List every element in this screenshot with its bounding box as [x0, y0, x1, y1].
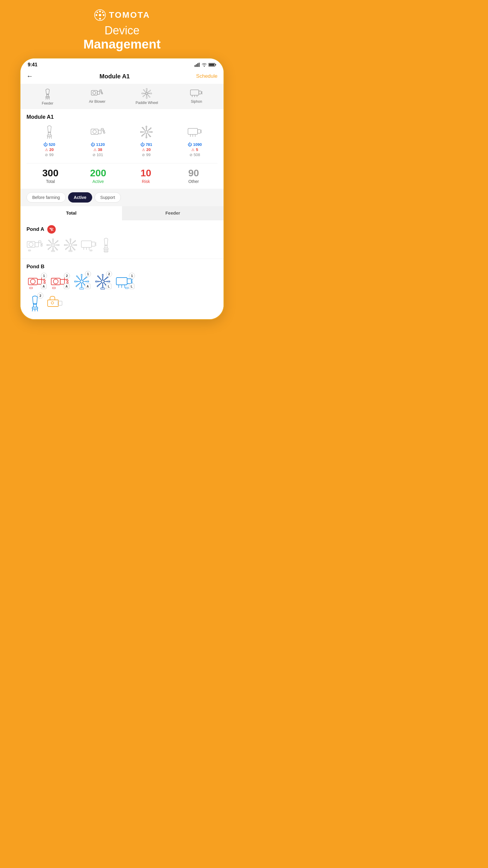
svg-rect-48 [188, 128, 198, 134]
wifi-icon [201, 63, 207, 67]
header-title-management: Management [84, 37, 161, 52]
air-blower-risk-stat: ⚠ 38 [93, 147, 102, 152]
pond-a-device-air-blower[interactable] [27, 239, 43, 254]
siphon-risk-stat: ⚠ 5 [191, 147, 198, 152]
tab-siphon-label: Siphon [191, 99, 202, 104]
svg-line-18 [46, 98, 46, 99]
svg-point-4 [103, 14, 104, 16]
feeder-icon [42, 87, 53, 100]
svg-point-5 [96, 12, 98, 13]
module-title: Module A1 [27, 114, 218, 120]
pond-a-title: Pond A [27, 226, 44, 232]
svg-point-3 [96, 14, 97, 16]
air-blower-active-stat: ⏻ 1120 [91, 142, 105, 147]
svg-rect-15 [216, 64, 216, 65]
svg-rect-93 [60, 279, 64, 284]
svg-point-96 [67, 282, 68, 284]
bottom-device-feeder[interactable]: 2 [28, 295, 42, 313]
sub-tab-feeder[interactable]: Feeder [122, 206, 224, 220]
tab-paddle-wheel[interactable]: Paddle Wheel [123, 87, 171, 105]
svg-line-19 [49, 98, 50, 99]
pond-a-device-paddle-2[interactable] [63, 238, 78, 255]
pond-b-device-2[interactable]: 2 A [51, 275, 69, 290]
filter-support[interactable]: Support [95, 192, 121, 203]
svg-point-46 [103, 132, 105, 133]
badge-letter-l5: L [129, 284, 134, 289]
svg-rect-17 [46, 96, 50, 98]
tab-siphon[interactable]: Siphon [172, 87, 221, 105]
tab-air-blower[interactable]: Air Blower [73, 87, 121, 105]
siphon-active-stat: ⏻ 1090 [188, 142, 202, 147]
svg-rect-61 [38, 241, 41, 243]
nav-bar: ← Module A1 Schedule [21, 70, 224, 84]
svg-rect-64 [28, 250, 31, 251]
risk-number: 10 [122, 168, 170, 178]
svg-point-22 [93, 91, 96, 94]
tomota-logo-icon [94, 9, 106, 21]
svg-rect-9 [196, 64, 197, 67]
svg-rect-99 [79, 288, 84, 289]
svg-rect-29 [199, 91, 201, 94]
pond-b-device-4[interactable]: 2 L [95, 273, 111, 290]
pond-b-device-3[interactable]: 1 A [73, 273, 90, 290]
sub-tab-total[interactable]: Total [21, 206, 122, 220]
pond-a-device-siphon[interactable] [81, 239, 97, 254]
pond-a-device-feeder[interactable] [100, 237, 112, 255]
siphon-stats: ⏻ 1090 ⚠ 5 ⊘ 508 [172, 124, 218, 157]
svg-rect-66 [51, 250, 55, 252]
svg-point-65 [52, 244, 54, 246]
tab-feeder-label: Feeder [42, 101, 53, 105]
svg-point-45 [103, 130, 104, 132]
badge-letter-a3: A [85, 284, 90, 289]
summary-stats: 300 Total 200 Active 10 Risk 90 Other [27, 163, 218, 184]
filter-tabs: Before farming Active Support [27, 192, 218, 203]
svg-rect-97 [53, 287, 56, 289]
feeder-other-stat: ⊘ 99 [45, 153, 53, 157]
back-button[interactable]: ← [27, 72, 33, 80]
other-number: 90 [170, 168, 218, 178]
siphon-stat-icon [187, 124, 202, 140]
feeder-stats: ⏻ 520 ⚠ 20 ⊘ 99 [27, 124, 72, 157]
pond-a-device-paddle-1[interactable] [46, 238, 60, 255]
svg-rect-86 [37, 279, 41, 284]
tab-paddle-wheel-label: Paddle Wheel [135, 101, 158, 105]
svg-rect-101 [101, 288, 105, 289]
svg-rect-112 [32, 307, 38, 309]
svg-rect-14 [209, 64, 215, 66]
svg-point-63 [41, 245, 42, 247]
schedule-button[interactable]: Schedule [196, 73, 218, 79]
svg-rect-68 [69, 250, 72, 252]
air-blower-other-stat: ⊘ 101 [93, 153, 103, 157]
pond-a-devices [27, 237, 218, 255]
tab-air-blower-label: Air Blower [89, 99, 105, 104]
badge-num-2: 2 [64, 273, 70, 279]
bottom-device-lock[interactable] [47, 295, 63, 313]
svg-point-27 [146, 93, 148, 94]
pond-b-title: Pond B [27, 264, 44, 270]
pond-b-header: Pond B [27, 264, 218, 270]
other-stat: 90 Other [170, 168, 218, 184]
paddle-wheel-active-stat: ⏻ 781 [140, 142, 153, 147]
svg-point-95 [67, 280, 68, 281]
pond-b-device-1[interactable]: 1 A [28, 275, 46, 290]
status-icons [195, 63, 216, 67]
svg-rect-43 [98, 130, 101, 134]
svg-point-88 [44, 280, 45, 281]
pond-a-wifi-badge [47, 225, 56, 234]
svg-point-12 [204, 66, 205, 67]
svg-point-47 [145, 131, 148, 133]
pond-b-device-5[interactable]: 1 L [116, 275, 134, 290]
filter-active[interactable]: Active [68, 192, 92, 203]
signal-icon [195, 63, 200, 67]
feeder-stat-icon [43, 124, 56, 140]
svg-rect-116 [47, 300, 59, 307]
status-bar: 9:41 [21, 59, 224, 70]
pond-b-devices: 1 A 2 A [27, 273, 218, 290]
filter-before-farming[interactable]: Before farming [27, 192, 66, 203]
air-blower-icon [91, 87, 104, 98]
badge-letter-a1: A [41, 284, 46, 289]
bottom-row: 2 [21, 293, 224, 319]
svg-rect-79 [104, 248, 108, 250]
tab-feeder[interactable]: Feeder [24, 87, 72, 105]
badge-num-4: 2 [106, 271, 112, 277]
